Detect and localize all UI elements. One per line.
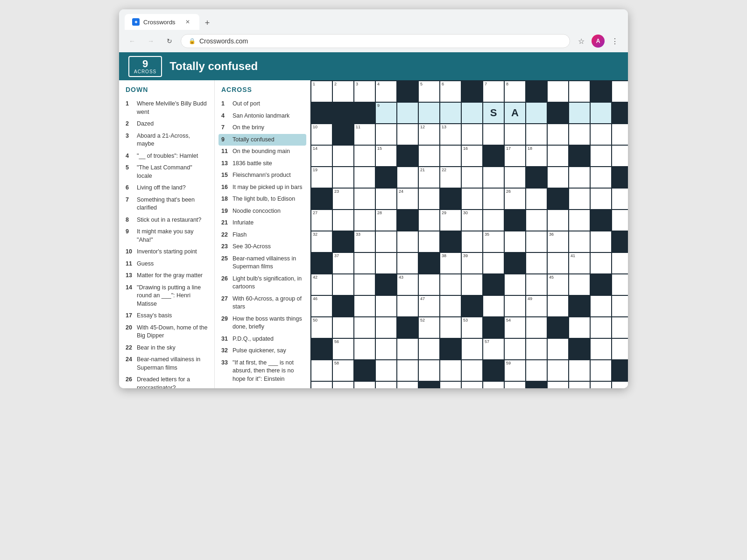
grid-cell[interactable] <box>483 253 505 274</box>
clue-item[interactable]: 31P.D.Q., updated <box>218 333 306 345</box>
grid-cell[interactable] <box>376 360 397 382</box>
grid-cell[interactable] <box>311 360 333 382</box>
grid-cell[interactable] <box>526 253 548 274</box>
clue-item[interactable]: 18The light bulb, to Edison <box>218 193 306 205</box>
grid-cell[interactable] <box>505 382 526 388</box>
clue-item[interactable]: 1Out of port <box>218 98 306 110</box>
grid-cell[interactable]: 4 <box>376 81 397 103</box>
grid-cell[interactable]: 2 <box>333 81 354 103</box>
grid-cell[interactable] <box>419 210 440 231</box>
grid-cell[interactable] <box>526 360 548 382</box>
grid-cell[interactable] <box>376 124 397 146</box>
grid-cell[interactable] <box>591 167 612 189</box>
grid-cell[interactable] <box>548 253 569 274</box>
grid-cell[interactable] <box>462 231 483 253</box>
grid-cell[interactable] <box>440 146 462 167</box>
grid-cell[interactable]: 46 <box>311 296 333 317</box>
grid-cell[interactable] <box>440 274 462 296</box>
grid-cell[interactable]: 17 <box>505 146 526 167</box>
clue-item[interactable]: 3Aboard a 21-Across, maybe <box>123 130 211 150</box>
grid-cell[interactable]: 14 <box>311 146 333 167</box>
clue-item[interactable]: 19Noodle concoction <box>218 205 306 217</box>
clue-item[interactable]: 27With 60-Across, a group of stars <box>218 293 306 313</box>
grid-cell[interactable] <box>591 103 612 124</box>
grid-cell[interactable] <box>505 231 526 253</box>
clue-item[interactable]: 7On the briny <box>218 122 306 134</box>
grid-cell[interactable] <box>591 253 612 274</box>
grid-cell[interactable] <box>397 167 419 189</box>
grid-cell[interactable]: 41 <box>569 253 591 274</box>
grid-cell[interactable]: 24 <box>397 189 419 210</box>
grid-cell[interactable] <box>505 124 526 146</box>
grid-cell[interactable]: 52 <box>419 317 440 339</box>
new-tab-button[interactable]: + <box>200 16 214 30</box>
grid-cell[interactable] <box>333 146 354 167</box>
grid-cell[interactable] <box>612 146 628 167</box>
grid-cell[interactable]: 57 <box>483 339 505 360</box>
grid-cell[interactable] <box>612 124 628 146</box>
grid-cell[interactable] <box>505 167 526 189</box>
grid-cell[interactable]: 54 <box>505 317 526 339</box>
clue-item[interactable]: 5"The Last Command" locale <box>123 162 211 182</box>
grid-cell[interactable] <box>548 167 569 189</box>
clue-item[interactable]: 11Guess <box>123 258 211 270</box>
grid-cell[interactable] <box>354 274 376 296</box>
grid-cell[interactable] <box>440 360 462 382</box>
grid-cell[interactable]: 50 <box>311 317 333 339</box>
grid-cell[interactable] <box>526 339 548 360</box>
grid-cell[interactable] <box>397 124 419 146</box>
grid-cell[interactable] <box>376 339 397 360</box>
active-tab[interactable]: ✦ Crosswords ✕ <box>125 14 199 30</box>
clue-item[interactable]: 22Bear in the sky <box>123 342 211 354</box>
grid-cell[interactable] <box>311 382 333 388</box>
grid-cell[interactable] <box>569 103 591 124</box>
grid-cell[interactable] <box>376 189 397 210</box>
grid-cell[interactable]: 38 <box>440 253 462 274</box>
clue-item[interactable]: 10Inventor's starting point <box>123 246 211 258</box>
grid-cell[interactable]: 43 <box>397 274 419 296</box>
grid-cell[interactable] <box>526 317 548 339</box>
grid-cell[interactable]: 53 <box>462 317 483 339</box>
grid-cell[interactable]: 8 <box>505 81 526 103</box>
grid-cell[interactable] <box>440 317 462 339</box>
grid-cell[interactable] <box>591 189 612 210</box>
grid-cell[interactable] <box>419 103 440 124</box>
grid-cell[interactable] <box>354 167 376 189</box>
grid-cell[interactable] <box>354 317 376 339</box>
grid-cell[interactable] <box>591 231 612 253</box>
clue-item[interactable]: 8Stick out in a restaurant? <box>123 214 211 226</box>
grid-cell[interactable] <box>526 103 548 124</box>
grid-cell[interactable] <box>419 189 440 210</box>
grid-cell[interactable] <box>548 360 569 382</box>
clue-item[interactable]: 13Matter for the gray matter <box>123 270 211 282</box>
crossword-grid[interactable]: 123456789SA10111213141516171819212223242… <box>310 80 628 388</box>
grid-cell[interactable] <box>569 189 591 210</box>
clue-item[interactable]: 9It might make you say "Aha!" <box>123 226 211 246</box>
grid-cell[interactable] <box>569 360 591 382</box>
clue-item[interactable]: 26Dreaded letters for a procrastinator? <box>123 374 211 388</box>
grid-cell[interactable] <box>333 167 354 189</box>
grid-cell[interactable]: 45 <box>548 274 569 296</box>
grid-cell[interactable] <box>419 274 440 296</box>
grid-cell[interactable]: 10 <box>311 124 333 146</box>
grid-cell[interactable] <box>569 167 591 189</box>
grid-cell[interactable] <box>591 382 612 388</box>
grid-cell[interactable]: 12 <box>419 124 440 146</box>
clue-item[interactable]: 29How the boss wants things done, briefl… <box>218 313 306 333</box>
grid-cell[interactable] <box>397 103 419 124</box>
grid-cell[interactable] <box>354 189 376 210</box>
grid-cell[interactable] <box>569 382 591 388</box>
grid-cell[interactable] <box>548 146 569 167</box>
grid-cell[interactable] <box>376 296 397 317</box>
grid-cell[interactable] <box>612 382 628 388</box>
grid-cell[interactable] <box>483 167 505 189</box>
grid-cell[interactable] <box>462 382 483 388</box>
clue-item[interactable]: 32Pulse quickener, say <box>218 345 306 357</box>
grid-cell[interactable] <box>419 360 440 382</box>
grid-cell[interactable] <box>548 296 569 317</box>
grid-cell[interactable]: 56 <box>333 339 354 360</box>
grid-cell[interactable] <box>591 339 612 360</box>
clue-item[interactable]: 33"If at first, the ___ is not absurd, t… <box>218 357 306 385</box>
clue-item[interactable]: 1Where Melville's Billy Budd went <box>123 98 211 118</box>
grid-cell[interactable]: 35 <box>483 231 505 253</box>
